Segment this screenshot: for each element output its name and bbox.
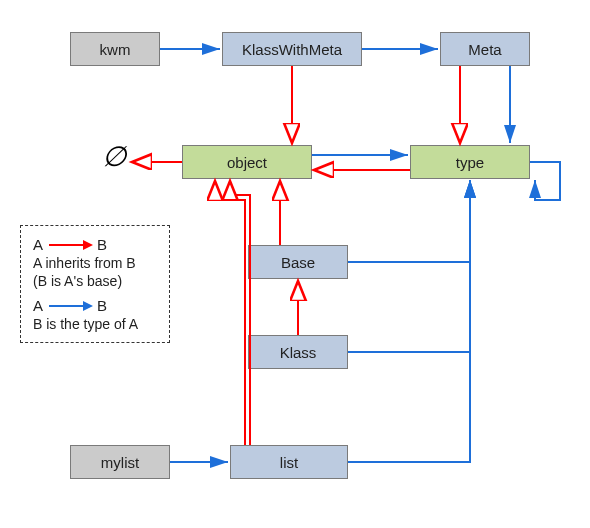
edge-type-type [530,162,560,200]
node-object: object [182,145,312,179]
legend-A: A [33,236,43,253]
edge-list-type [348,180,470,462]
legend-inherits-row: A B [33,236,157,253]
edge-list-object-clean [215,181,245,445]
legend-B2: B [97,297,107,314]
node-klasswithmeta: KlassWithMeta [222,32,362,66]
legend-inherits-text2: (B is A's base) [33,273,157,289]
legend-B: B [97,236,107,253]
legend-red-arrow-icon [49,244,91,246]
node-list: list [230,445,348,479]
edge-klass-type [348,180,470,352]
legend-inherits-text1: A inherits from B [33,255,157,271]
empty-set-symbol: ∅ [102,140,126,173]
node-base: Base [248,245,348,279]
node-klass: Klass [248,335,348,369]
node-type: type [410,145,530,179]
legend-A2: A [33,297,43,314]
legend-type-text: B is the type of A [33,316,157,332]
diagram-canvas: kwm KlassWithMeta Meta ∅ object type Bas… [0,0,590,528]
node-kwm: kwm [70,32,160,66]
legend-box: A B A inherits from B (B is A's base) A … [20,225,170,343]
node-meta: Meta [440,32,530,66]
edge-base-type [348,180,470,262]
edge-list-object [230,181,250,445]
legend-type-row: A B [33,297,157,314]
node-mylist: mylist [70,445,170,479]
legend-blue-arrow-icon [49,305,91,307]
